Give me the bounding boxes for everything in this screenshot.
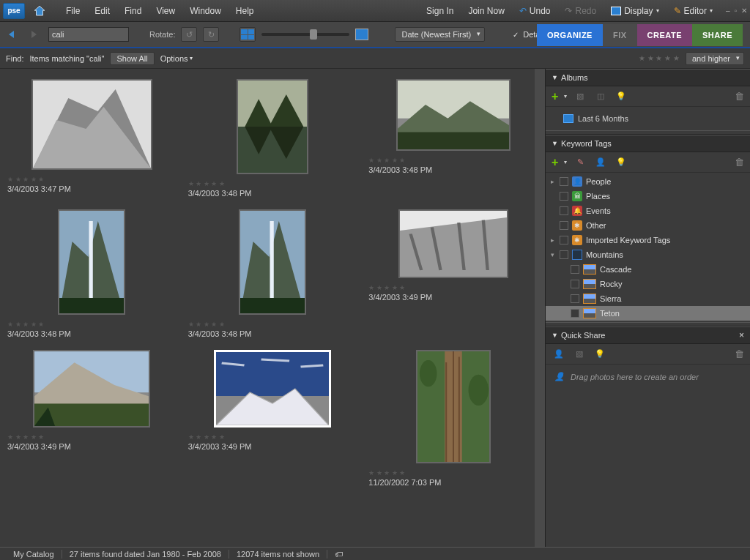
- tip-icon[interactable]: 💡: [593, 348, 607, 361]
- thumbnail-cell[interactable]: ★ ★ ★ ★ ★3/4/2003 3:49 PM: [3, 346, 181, 491]
- thumbnail-rating[interactable]: ★ ★ ★ ★ ★: [368, 469, 405, 477]
- tag-rocky[interactable]: Rocky: [546, 277, 750, 291]
- tag-checkbox[interactable]: [560, 177, 568, 186]
- tag-checkbox[interactable]: [560, 250, 568, 259]
- share-person-button[interactable]: 👤: [552, 348, 566, 361]
- grid-view-button[interactable]: [240, 27, 256, 42]
- back-button[interactable]: [4, 27, 21, 42]
- thumbnail-image[interactable]: [58, 209, 125, 315]
- tab-create[interactable]: CREATE: [637, 24, 692, 46]
- tag-checkbox[interactable]: [560, 192, 568, 201]
- tags-panel-header[interactable]: ▼ Keyword Tags: [546, 135, 750, 152]
- menu-edit[interactable]: Edit: [87, 3, 117, 19]
- album-item[interactable]: Last 6 Months: [549, 111, 747, 126]
- single-view-button[interactable]: [355, 29, 368, 40]
- thumbnail-cell[interactable]: ★ ★ ★ ★ ★3/4/2003 3:48 PM: [184, 205, 362, 343]
- tag-checkbox[interactable]: [560, 221, 568, 230]
- tab-share[interactable]: SHARE: [692, 24, 743, 46]
- thumbnail-rating[interactable]: ★ ★ ★ ★ ★: [188, 180, 225, 187]
- tip-icon[interactable]: 💡: [614, 90, 628, 103]
- new-album-button[interactable]: +: [552, 90, 558, 103]
- thumbnail-image[interactable]: [237, 79, 308, 174]
- thumbnail-image[interactable]: [396, 79, 510, 151]
- tag-checkbox[interactable]: [571, 265, 579, 274]
- tag-cascade[interactable]: Cascade: [546, 262, 750, 277]
- thumbnail-cell[interactable]: ★ ★ ★ ★ ★3/4/2003 3:49 PM: [364, 205, 542, 343]
- display-dropdown[interactable]: Display ▾: [604, 3, 666, 19]
- thumbnail-cell[interactable]: ★ ★ ★ ★ ★3/4/2003 3:47 PM: [3, 75, 181, 202]
- thumbnail-rating[interactable]: ★ ★ ★ ★ ★: [368, 284, 405, 291]
- thumbnail-cell[interactable]: ★ ★ ★ ★ ★3/4/2003 3:48 PM: [3, 205, 181, 343]
- share-delete-button[interactable]: 🗑: [735, 348, 744, 359]
- tag-other[interactable]: ✱Other: [546, 218, 750, 233]
- close-icon[interactable]: ×: [739, 330, 744, 340]
- show-all-button[interactable]: Show All: [110, 52, 154, 65]
- tag-mountains[interactable]: ▾Mountains: [546, 247, 750, 262]
- albums-panel-header[interactable]: ▼ Albums: [546, 69, 750, 86]
- undo-button[interactable]: ↶ Undo: [512, 3, 558, 19]
- menu-window[interactable]: Window: [182, 3, 229, 19]
- maximize-button[interactable]: ▫: [734, 7, 737, 15]
- album-find-button[interactable]: ◫: [593, 90, 608, 103]
- tag-edit-button[interactable]: ✎: [573, 156, 587, 169]
- thumbnail-rating[interactable]: ★ ★ ★ ★ ★: [7, 433, 44, 441]
- thumbnail-cell[interactable]: ★ ★ ★ ★ ★3/4/2003 3:49 PM: [184, 346, 362, 491]
- close-button[interactable]: ✕: [741, 7, 747, 15]
- thumbnail-image[interactable]: [214, 350, 331, 428]
- rating-filter-stars[interactable]: ★ ★ ★ ★ ★: [639, 54, 680, 62]
- scrollbar[interactable]: [535, 69, 545, 547]
- tag-delete-button[interactable]: 🗑: [735, 157, 744, 168]
- menu-find[interactable]: Find: [117, 3, 149, 19]
- joinnow-link[interactable]: Join Now: [461, 3, 511, 19]
- tag-checkbox[interactable]: [571, 309, 579, 318]
- thumbnail-rating[interactable]: ★ ★ ★ ★ ★: [188, 433, 225, 441]
- status-tag-icon[interactable]: 🏷: [327, 550, 350, 559]
- quickshare-dropzone[interactable]: 👤 Drag photos here to create an order: [546, 365, 750, 389]
- forward-button[interactable]: [26, 27, 42, 42]
- tag-checkbox[interactable]: [560, 206, 568, 215]
- editor-dropdown[interactable]: ✎ Editor ▾: [667, 3, 720, 19]
- minimize-button[interactable]: –: [726, 7, 730, 15]
- sort-dropdown[interactable]: Date (Newest First): [395, 27, 485, 42]
- thumbnail-rating[interactable]: ★ ★ ★ ★ ★: [7, 321, 44, 328]
- thumbnail-rating[interactable]: ★ ★ ★ ★ ★: [368, 157, 405, 164]
- menu-view[interactable]: View: [149, 3, 182, 19]
- new-tag-button[interactable]: +: [552, 156, 558, 169]
- thumbnail-image[interactable]: [33, 350, 150, 428]
- signin-link[interactable]: Sign In: [419, 3, 461, 19]
- tab-organize[interactable]: ORGANIZE: [537, 24, 603, 46]
- thumbnail-rating[interactable]: ★ ★ ★ ★ ★: [188, 321, 225, 328]
- tag-places[interactable]: 🏛Places: [546, 189, 750, 204]
- thumbnail-image[interactable]: [398, 209, 508, 278]
- menu-file[interactable]: File: [59, 3, 87, 19]
- status-catalog[interactable]: My Catalog: [6, 550, 62, 559]
- tip-icon[interactable]: 💡: [614, 156, 628, 169]
- thumbnail-cell[interactable]: ★ ★ ★ ★ ★3/4/2003 3:48 PM: [364, 75, 542, 202]
- tag-sierra[interactable]: Sierra: [546, 291, 750, 306]
- tab-fix[interactable]: FIX: [603, 24, 637, 46]
- home-icon[interactable]: [29, 3, 50, 19]
- search-input[interactable]: [48, 27, 129, 42]
- tag-teton[interactable]: Teton: [546, 306, 750, 321]
- redo-button[interactable]: ↷ Redo: [557, 3, 604, 19]
- rotate-ccw-button[interactable]: ↺: [181, 27, 197, 42]
- tag-person-button[interactable]: 👤: [593, 156, 608, 169]
- tag-checkbox[interactable]: [560, 236, 568, 244]
- thumbnail-cell[interactable]: ★ ★ ★ ★ ★3/4/2003 3:48 PM: [184, 75, 362, 202]
- rotate-cw-button[interactable]: ↻: [203, 27, 219, 42]
- thumbnail-image[interactable]: [31, 79, 152, 170]
- quickshare-panel-header[interactable]: ▼ Quick Share ×: [546, 326, 750, 344]
- thumbnail-size-slider[interactable]: [261, 33, 349, 36]
- menu-help[interactable]: Help: [229, 3, 261, 19]
- find-options-dropdown[interactable]: Options ▾: [160, 54, 193, 63]
- share-edit-button[interactable]: ▧: [572, 348, 587, 361]
- thumbnail-rating[interactable]: ★ ★ ★ ★ ★: [7, 176, 44, 183]
- album-edit-button[interactable]: ▧: [573, 90, 587, 103]
- tag-events[interactable]: 🔔Events: [546, 204, 750, 218]
- thumbnail-image[interactable]: [416, 350, 491, 463]
- album-delete-button[interactable]: 🗑: [735, 91, 744, 102]
- tag-checkbox[interactable]: [571, 294, 579, 303]
- rating-filter-dropdown[interactable]: and higher: [686, 52, 744, 65]
- thumbnail-cell[interactable]: ★ ★ ★ ★ ★11/20/2002 7:03 PM: [364, 346, 542, 491]
- tag-people[interactable]: ▸👤People: [546, 174, 750, 189]
